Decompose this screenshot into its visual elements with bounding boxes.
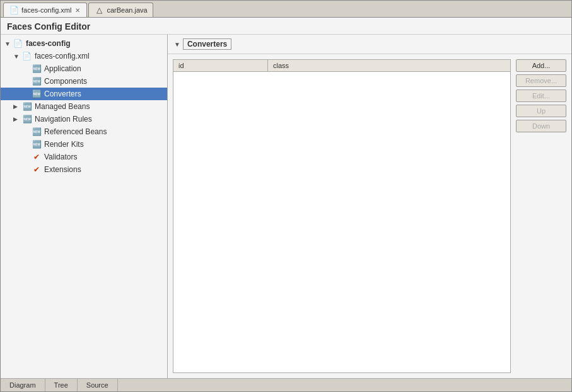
comp-icon: 🆕 [32,76,42,86]
main-window: 📄 faces-config.xml ✕ △ carBean.java Face… [0,0,572,392]
tree-item-validators[interactable]: ✔ Validators [1,151,167,163]
panel-section-header: ▼ Converters [168,35,571,54]
tab-source[interactable]: Source [78,379,118,391]
tree-item-referenced-beans[interactable]: 🆕 Referenced Beans [1,125,167,138]
panel-collapse-arrow[interactable]: ▼ [174,41,180,48]
tree-item-components[interactable]: 🆕 Components [1,75,167,88]
xml-file-icon: 📄 [22,51,32,61]
bottom-tab-bar: Diagram Tree Source [1,378,571,391]
tree-item-converters[interactable]: 🆕 Converters [1,88,167,100]
table-header-id: id [173,60,268,71]
faces-config-tab-icon: 📄 [9,5,19,15]
tree-item-faces-config-xml[interactable]: ▼ 📄 faces-config.xml [1,50,167,62]
tab-bar: 📄 faces-config.xml ✕ △ carBean.java [1,1,571,18]
val-icon: ✔ [32,152,42,162]
xml-collapse-arrow[interactable]: ▼ [13,53,20,60]
sidebar-section-header[interactable]: ▼ 📄 faces-config [1,37,167,50]
car-bean-tab-icon: △ [94,5,104,15]
tab-close-icon[interactable]: ✕ [74,6,81,14]
add-button[interactable]: Add... [516,59,566,72]
app-icon: 🆕 [32,64,42,74]
tree-item-render-kits[interactable]: 🆕 Render Kits [1,138,167,151]
nav-icon: 🆕 [22,114,32,124]
sidebar: ▼ 📄 faces-config ▼ 📄 faces-config.xml 🆕 … [1,35,168,378]
tree-item-render-label: Render Kits [44,140,84,149]
tree-item-app-label: Application [44,64,81,73]
tree-item-extensions[interactable]: ✔ Extensions [1,163,167,176]
panel-content: id class Add... Remove... Edit... Up Dow… [168,54,571,378]
edit-button[interactable]: Edit... [516,89,566,102]
section-icon: 📄 [13,38,23,49]
tab-tree[interactable]: Tree [45,379,78,391]
up-button[interactable]: Up [516,105,566,117]
tree-item-xml-label: faces-config.xml [35,52,90,61]
beans-expand-arrow[interactable]: ▶ [13,103,20,110]
panel-section-title: Converters [183,38,231,50]
right-panel: ▼ Converters id class Add... [168,35,571,378]
content-area: ▼ 📄 faces-config ▼ 📄 faces-config.xml 🆕 … [1,34,571,378]
tree-item-nav-label: Navigation Rules [35,115,92,124]
table-body [173,72,510,372]
tab-car-bean[interactable]: △ carBean.java [88,3,153,17]
tree-item-managed-beans[interactable]: ▶ 🆕 Managed Beans [1,100,167,113]
remove-button[interactable]: Remove... [516,74,566,87]
conv-icon: 🆕 [32,89,42,99]
render-icon: 🆕 [32,139,42,149]
tree-item-ref-label: Referenced Beans [44,127,107,136]
tree-item-beans-label: Managed Beans [35,102,90,111]
tab-faces-config-label: faces-config.xml [21,6,71,14]
editor-title: Faces Config Editor [1,18,571,34]
converters-table: id class [173,59,511,373]
tab-faces-config[interactable]: 📄 faces-config.xml ✕ [3,3,87,17]
tab-diagram[interactable]: Diagram [1,379,45,391]
table-header-class: class [268,60,510,71]
tree-item-application[interactable]: 🆕 Application [1,62,167,75]
ref-icon: 🆕 [32,127,42,137]
tree-item-val-label: Validators [44,153,77,161]
down-button[interactable]: Down [516,120,566,132]
buttons-area: Add... Remove... Edit... Up Down [516,59,566,373]
tree-item-conv-label: Converters [44,89,81,98]
tree-item-comp-label: Components [44,77,87,86]
sidebar-section-label: faces-config [26,39,71,48]
main-area: Faces Config Editor ▼ 📄 faces-config ▼ 📄… [1,18,571,378]
ext-icon: ✔ [32,164,42,175]
nav-expand-arrow[interactable]: ▶ [13,116,20,122]
tree-item-navigation-rules[interactable]: ▶ 🆕 Navigation Rules [1,113,167,125]
tab-car-bean-label: carBean.java [107,6,147,14]
beans-icon: 🆕 [22,101,32,112]
tree-item-ext-label: Extensions [44,165,81,174]
table-header: id class [173,60,510,72]
section-collapse-arrow[interactable]: ▼ [4,40,11,47]
